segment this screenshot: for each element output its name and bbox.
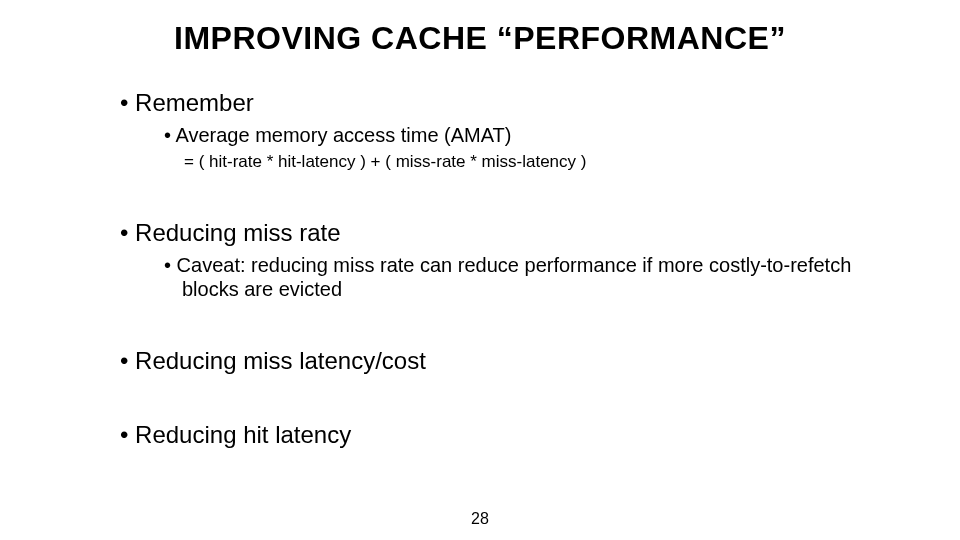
slide-content: Remember Average memory access time (AMA… bbox=[0, 89, 960, 449]
bullet-amat: Average memory access time (AMAT) bbox=[164, 123, 900, 147]
bullet-reducing-miss-latency: Reducing miss latency/cost bbox=[120, 347, 900, 375]
bullet-reducing-hit-latency: Reducing hit latency bbox=[120, 421, 900, 449]
page-number: 28 bbox=[0, 510, 960, 528]
bullet-reducing-miss-rate: Reducing miss rate bbox=[120, 219, 900, 247]
amat-formula: = ( hit-rate * hit-latency ) + ( miss-ra… bbox=[184, 151, 900, 173]
bullet-remember: Remember bbox=[120, 89, 900, 117]
slide-title: IMPROVING CACHE “PERFORMANCE” bbox=[0, 0, 960, 73]
bullet-caveat: Caveat: reducing miss rate can reduce pe… bbox=[164, 253, 900, 301]
